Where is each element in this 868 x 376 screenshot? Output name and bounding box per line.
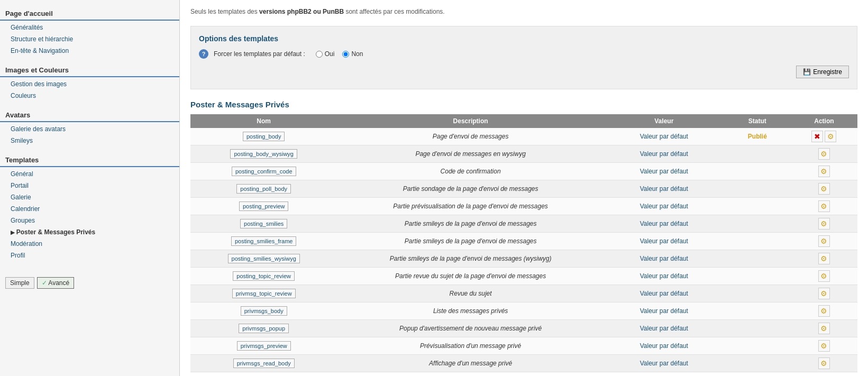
sidebar-item-generalites[interactable]: Généralités bbox=[0, 22, 179, 33]
edit-button[interactable]: ⚙ bbox=[818, 288, 830, 299]
sidebar-item-couleurs[interactable]: Couleurs bbox=[0, 90, 179, 102]
valeur-default-link[interactable]: Valeur par défaut bbox=[640, 342, 688, 350]
edit-icon: ⚙ bbox=[820, 185, 827, 193]
edit-icon: ⚙ bbox=[820, 359, 827, 368]
template-name-link[interactable]: privmsgs_popup bbox=[239, 324, 289, 333]
action-cell: ⚙ bbox=[791, 198, 857, 215]
sidebar-item-calendrier[interactable]: Calendrier bbox=[0, 203, 179, 215]
sidebar-item-general[interactable]: Général bbox=[0, 168, 179, 180]
sidebar-item-structure[interactable]: Structure et hiérarchie bbox=[0, 33, 179, 45]
valeur-default-link[interactable]: Valeur par défaut bbox=[640, 237, 688, 245]
sidebar-item-entete[interactable]: En-tête & Navigation bbox=[0, 45, 179, 57]
radio-non[interactable] bbox=[342, 51, 349, 58]
template-description: Revue du sujet bbox=[337, 285, 604, 302]
status-badge bbox=[724, 180, 791, 198]
status-badge bbox=[724, 145, 791, 163]
valeur-default-link[interactable]: Valeur par défaut bbox=[640, 272, 688, 280]
edit-button[interactable]: ⚙ bbox=[818, 357, 830, 369]
valeur-default-link[interactable]: Valeur par défaut bbox=[640, 150, 688, 158]
edit-button[interactable]: ⚙ bbox=[818, 235, 830, 247]
sidebar-item-smileys[interactable]: Smileys bbox=[0, 135, 179, 146]
sidebar-item-galerie[interactable]: Galerie bbox=[0, 191, 179, 203]
mode-buttons: Simple ✓ Avancé bbox=[0, 272, 179, 294]
table-row: posting_topic_reviewPartie revue du suje… bbox=[190, 268, 857, 285]
template-name-link[interactable]: posting_smilies bbox=[240, 219, 287, 228]
mode-simple-button[interactable]: Simple bbox=[5, 277, 34, 289]
status-badge bbox=[724, 268, 791, 285]
table-row: privmsgs_previewPrévisualisation d'un me… bbox=[190, 337, 857, 355]
template-name-link[interactable]: privmsg_topic_review bbox=[232, 289, 296, 298]
non-text: Non bbox=[351, 50, 363, 58]
save-area: 💾 Enregistre bbox=[199, 63, 849, 81]
edit-icon: ⚙ bbox=[820, 167, 827, 176]
edit-icon: ⚙ bbox=[820, 219, 827, 228]
edit-button[interactable]: ⚙ bbox=[818, 148, 830, 160]
notice-bold: versions phpBB2 ou PunBB bbox=[259, 8, 344, 15]
valeur-default-link[interactable]: Valeur par défaut bbox=[640, 325, 688, 332]
table-row: privmsgs_bodyListe des messages privésVa… bbox=[190, 302, 857, 320]
template-description: Partie smileys de la page d'envoi de mes… bbox=[337, 215, 604, 233]
template-name-link[interactable]: posting_body_wysiwyg bbox=[230, 149, 297, 159]
template-name-link[interactable]: privmsgs_read_body bbox=[233, 359, 295, 368]
valeur-default-link[interactable]: Valeur par défaut bbox=[640, 290, 688, 297]
valeur-default-link[interactable]: Valeur par défaut bbox=[640, 307, 688, 315]
save-button[interactable]: 💾 Enregistre bbox=[796, 66, 849, 78]
template-name-link[interactable]: posting_poll_body bbox=[236, 184, 291, 194]
template-name-link[interactable]: privmsgs_preview bbox=[237, 341, 291, 351]
template-name-link[interactable]: posting_smilies_frame bbox=[231, 236, 296, 246]
status-badge bbox=[724, 250, 791, 268]
check-icon: ✓ bbox=[42, 279, 47, 287]
template-name-link[interactable]: privmsgs_body bbox=[241, 306, 287, 316]
status-badge bbox=[724, 215, 791, 233]
action-cell: ⚙ bbox=[791, 268, 857, 285]
forcer-label: Forcer les templates par défaut : bbox=[214, 50, 305, 58]
edit-button[interactable]: ⚙ bbox=[818, 340, 830, 352]
valeur-default-link[interactable]: Valeur par défaut bbox=[640, 360, 688, 367]
valeur-default-link[interactable]: Valeur par défaut bbox=[640, 168, 688, 175]
template-name-link[interactable]: posting_confirm_code bbox=[232, 167, 296, 176]
delete-button[interactable]: ✖ bbox=[811, 131, 823, 142]
radio-oui-label[interactable]: Oui bbox=[316, 50, 335, 58]
help-icon[interactable]: ? bbox=[199, 49, 208, 59]
sidebar-item-groupes[interactable]: Groupes bbox=[0, 215, 179, 226]
status-badge bbox=[724, 337, 791, 355]
action-cell: ⚙ bbox=[791, 233, 857, 250]
template-description: Partie revue du sujet de la page d'envoi… bbox=[337, 268, 604, 285]
radio-non-label[interactable]: Non bbox=[342, 50, 363, 58]
sidebar-item-poster-messages[interactable]: Poster & Messages Privés bbox=[0, 226, 179, 238]
edit-button[interactable]: ⚙ bbox=[818, 253, 830, 264]
edit-button[interactable]: ⚙ bbox=[818, 218, 830, 230]
action-cell: ⚙ bbox=[791, 337, 857, 355]
main-content: Seuls les templates des versions phpBB2 … bbox=[180, 0, 868, 376]
table-row: posting_smilies_wysiwygPartie smileys de… bbox=[190, 250, 857, 268]
edit-button[interactable]: ⚙ bbox=[818, 166, 830, 177]
template-description: Partie sondage de la page d'envoi de mes… bbox=[337, 180, 604, 198]
sidebar-item-gestion-images[interactable]: Gestion des images bbox=[0, 78, 179, 90]
sidebar-item-profil[interactable]: Profil bbox=[0, 250, 179, 261]
edit-button[interactable]: ⚙ bbox=[825, 131, 836, 142]
valeur-default-link[interactable]: Valeur par défaut bbox=[640, 133, 688, 140]
edit-button[interactable]: ⚙ bbox=[818, 305, 830, 317]
sidebar-item-galerie-avatars[interactable]: Galerie des avatars bbox=[0, 123, 179, 135]
edit-button[interactable]: ⚙ bbox=[818, 183, 830, 195]
sidebar-item-moderation[interactable]: Modération bbox=[0, 238, 179, 250]
template-name-link[interactable]: posting_preview bbox=[239, 201, 289, 211]
edit-icon: ⚙ bbox=[820, 307, 827, 315]
valeur-default-link[interactable]: Valeur par défaut bbox=[640, 203, 688, 210]
sidebar-item-portail[interactable]: Portail bbox=[0, 180, 179, 191]
edit-button[interactable]: ⚙ bbox=[818, 270, 830, 282]
mode-avance-button[interactable]: ✓ Avancé bbox=[37, 277, 74, 289]
template-name-link[interactable]: posting_smilies_wysiwyg bbox=[228, 254, 300, 263]
action-cell: ⚙ bbox=[791, 355, 857, 372]
template-name-link[interactable]: posting_body bbox=[243, 132, 285, 141]
status-badge bbox=[724, 285, 791, 302]
valeur-default-link[interactable]: Valeur par défaut bbox=[640, 185, 688, 192]
edit-button[interactable]: ⚙ bbox=[818, 200, 830, 212]
valeur-default-link[interactable]: Valeur par défaut bbox=[640, 255, 688, 262]
edit-button[interactable]: ⚙ bbox=[818, 323, 830, 334]
table-row: posting_smilies_framePartie smileys de l… bbox=[190, 233, 857, 250]
template-description: Partie smileys de la page d'envoi de mes… bbox=[337, 250, 604, 268]
radio-oui[interactable] bbox=[316, 51, 323, 58]
template-name-link[interactable]: posting_topic_review bbox=[233, 271, 295, 281]
valeur-default-link[interactable]: Valeur par défaut bbox=[640, 220, 688, 227]
